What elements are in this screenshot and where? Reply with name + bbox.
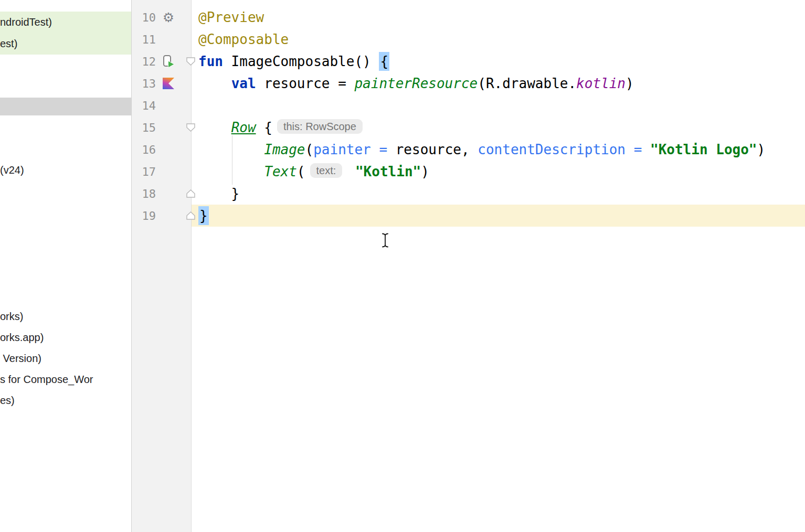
code-token: painter = — [313, 142, 396, 157]
android-studio-window: ndroidTest)est)(v24)orks)orks.app) Versi… — [0, 0, 805, 532]
tree-item[interactable]: ndroidTest) — [0, 12, 131, 33]
fold-expand-icon[interactable] — [186, 189, 196, 198]
code-token: contentDescription = — [478, 142, 650, 157]
line-number: 18 — [132, 187, 156, 200]
tree-item-label: orks) — [0, 311, 23, 322]
code-line-17[interactable]: Text(text: "Kotlin") — [191, 161, 805, 183]
tree-item[interactable]: es) — [0, 393, 131, 408]
code-line-18[interactable]: } — [191, 183, 805, 205]
gutter-row[interactable]: 19 — [132, 205, 191, 227]
code-token: Text — [264, 164, 297, 179]
code-token: ( — [297, 164, 305, 179]
code-token: fun — [198, 54, 223, 69]
line-number: 19 — [132, 209, 156, 222]
text-cursor-pointer — [380, 232, 390, 248]
code-token: } — [198, 186, 239, 201]
code-line-15[interactable]: Row {this: RowScope — [191, 116, 805, 139]
gutter-row[interactable]: 14 — [132, 94, 191, 116]
tree-item-label: ndroidTest) — [0, 16, 52, 28]
tree-item[interactable] — [0, 98, 131, 115]
code-token: ) — [757, 142, 766, 157]
line-number: 17 — [132, 165, 156, 178]
code-token: ) — [421, 164, 429, 179]
code-token: ( — [305, 142, 314, 157]
fold-expand-icon[interactable] — [186, 211, 196, 220]
tree-item[interactable]: s for Compose_Wor — [0, 372, 131, 387]
gutter-icon-slot — [160, 186, 177, 201]
code-token: kotlin — [576, 76, 626, 91]
code-token: ImageComposable() — [223, 54, 379, 69]
gutter-row[interactable]: 10⚙ — [132, 6, 191, 28]
code-token — [347, 164, 355, 179]
line-number: 10 — [132, 11, 156, 24]
code-token: "Kotlin Logo" — [650, 142, 757, 157]
tree-item[interactable]: (v24) — [0, 163, 131, 177]
line-number: 15 — [132, 121, 156, 134]
line-number: 12 — [132, 55, 156, 68]
gutter-row[interactable]: 15 — [132, 116, 191, 139]
code-line-12[interactable]: fun ImageComposable() { — [191, 50, 805, 72]
code-line-14[interactable] — [191, 94, 805, 116]
fold-collapse-icon[interactable] — [186, 123, 196, 132]
code-line-11[interactable]: @Composable — [191, 28, 805, 50]
code-token: painterResource — [354, 76, 478, 91]
code-line-16[interactable]: Image(painter = resource, contentDescrip… — [191, 139, 805, 161]
code-token — [198, 142, 264, 157]
code-token: { — [256, 120, 272, 135]
gutter-icon-slot — [160, 164, 177, 179]
gutter-row[interactable]: 12 — [132, 50, 191, 72]
code-token: Row — [231, 120, 256, 135]
code-line-19[interactable]: } — [191, 205, 805, 227]
tree-item[interactable]: orks.app) — [0, 330, 131, 345]
code-token: resource = — [256, 76, 355, 91]
line-number: 13 — [132, 77, 156, 90]
line-number: 14 — [132, 99, 156, 112]
code-token: { — [379, 52, 389, 71]
code-token: Image — [264, 142, 305, 157]
tree-item-label: est) — [0, 38, 17, 49]
code-line-10[interactable]: @Preview — [191, 6, 805, 28]
inlay-hint: text: — [310, 163, 343, 178]
tree-item-label: s for Compose_Wor — [0, 374, 93, 385]
tree-item[interactable]: est) — [0, 33, 131, 55]
kotlin-logo-icon[interactable] — [160, 76, 177, 91]
code-token: @Preview — [198, 9, 264, 25]
gutter-row[interactable]: 13 — [132, 72, 191, 94]
gutter-row[interactable]: 17 — [132, 161, 191, 183]
tree-item-label: es) — [0, 395, 15, 406]
line-number: 11 — [132, 33, 156, 46]
code-token: resource, — [396, 142, 478, 157]
gutter-icon-slot — [160, 142, 177, 157]
gutter-icon-slot — [160, 208, 177, 223]
code-editor[interactable]: @Preview@Composablefun ImageComposable()… — [191, 0, 805, 532]
code-token: } — [198, 206, 209, 225]
fold-collapse-icon[interactable] — [186, 57, 196, 66]
gear-icon[interactable]: ⚙ — [160, 10, 177, 25]
gutter-row[interactable]: 11 — [132, 28, 191, 50]
code-token — [198, 164, 264, 179]
gutter-icon-slot — [160, 98, 177, 113]
tree-item[interactable]: orks) — [0, 309, 131, 324]
gutter-row[interactable]: 16 — [132, 139, 191, 161]
gutter-icon-slot — [160, 120, 177, 135]
code-token — [198, 76, 231, 91]
tree-item-label: Version) — [0, 353, 41, 364]
code-token: ) — [626, 76, 634, 91]
line-number: 16 — [132, 143, 156, 156]
inlay-hint: this: RowScope — [277, 119, 363, 134]
project-panel: ndroidTest)est)(v24)orks)orks.app) Versi… — [0, 0, 132, 532]
run-preview-icon[interactable] — [160, 54, 177, 69]
code-token: val — [231, 76, 256, 91]
code-line-13[interactable]: val resource = painterResource(R.drawabl… — [191, 72, 805, 94]
code-token: @Composable — [198, 31, 289, 47]
tree-item[interactable]: Version) — [0, 351, 131, 366]
code-token: (R.drawable. — [478, 76, 576, 91]
gutter-icon-slot — [160, 32, 177, 47]
gutter-row[interactable]: 18 — [132, 183, 191, 205]
tree-item-label: orks.app) — [0, 332, 44, 343]
editor-gutter: 10⚙111213141516171819 — [132, 0, 192, 532]
tree-item-label: (v24) — [0, 164, 24, 176]
code-token: "Kotlin" — [355, 164, 421, 179]
code-token — [198, 120, 231, 135]
